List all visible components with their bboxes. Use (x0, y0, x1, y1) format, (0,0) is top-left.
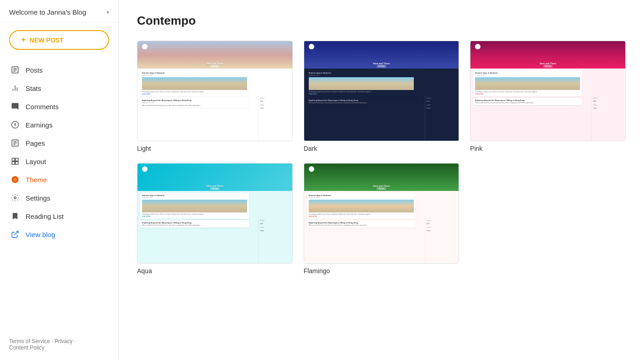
theme-preview-pink: Here and There FOLLOW Summer days in San… (470, 41, 626, 141)
plus-icon: + (21, 35, 26, 45)
earnings-icon (11, 121, 19, 129)
theme-preview-dark: Here and There FOLLOW Summer days in San… (304, 41, 459, 141)
theme-label-aqua: Aqua (137, 267, 293, 275)
stats-label: Stats (26, 85, 41, 92)
theme-preview-flamingo: Here and There FOLLOW Summer days in San… (304, 163, 459, 264)
theme-label-flamingo: Flamingo (304, 267, 459, 275)
blog-title: Welcome to Janna's Blog (9, 8, 86, 16)
posts-label: Posts (26, 66, 43, 74)
separator-2: · (74, 338, 75, 344)
preview-follow-btn-aqua: FOLLOW (210, 187, 220, 190)
privacy-link[interactable]: Privacy (54, 338, 72, 344)
preview-avatar-aqua (142, 166, 148, 172)
page-title: Contempo (137, 14, 626, 28)
terms-link[interactable]: Terms of Service (9, 338, 50, 344)
preview-avatar-pink (475, 44, 480, 49)
sidebar: Welcome to Janna's Blog ▾ + NEW POST Pos… (0, 0, 119, 360)
theme-preview-light: Here and There FOLLOW Summer days in San… (137, 41, 293, 141)
dropdown-icon[interactable]: ▾ (106, 9, 109, 16)
reading-list-icon (11, 212, 19, 220)
preview-post-card-flamingo: Summer days in Santorini October 14, 201… (307, 193, 416, 219)
new-post-label: NEW POST (30, 37, 64, 44)
sidebar-item-settings[interactable]: Settings (0, 189, 118, 207)
theme-card-light[interactable]: Here and There FOLLOW Summer days in San… (137, 41, 293, 152)
sidebar-item-posts[interactable]: Posts (0, 61, 118, 79)
preview-avatar-flamingo (309, 166, 314, 172)
theme-label: Theme (26, 176, 47, 184)
svg-line-19 (15, 231, 18, 235)
preview-follow-btn: FOLLOW (210, 65, 220, 68)
layout-label: Layout (26, 158, 46, 165)
settings-icon (11, 194, 19, 202)
svg-rect-15 (16, 158, 18, 161)
theme-icon (11, 175, 19, 184)
sidebar-item-view-blog[interactable]: View blog (0, 225, 118, 244)
sidebar-item-stats[interactable]: Stats (0, 79, 118, 97)
sidebar-nav: Posts Stats Comments Earnings Pages (0, 57, 118, 331)
settings-label: Settings (26, 194, 50, 202)
theme-label-light: Light (137, 145, 293, 152)
theme-label-dark: Dark (304, 145, 459, 152)
main-content: Contempo Here and There FOLLOW Summe (119, 0, 644, 360)
preview-avatar-dark (309, 44, 314, 49)
preview-post-card-dark-2: Exploring Beyond the Skyscrapers: Hiking… (307, 98, 416, 105)
posts-icon (11, 66, 19, 74)
preview-post-card: Summer days in Santorini October 14, 201… (140, 70, 249, 96)
preview-follow-btn-dark: FOLLOW (377, 65, 386, 68)
preview-post-card-pink: Summer days in Santorini October 14, 201… (473, 70, 582, 96)
preview-follow-btn-pink: FOLLOW (543, 65, 553, 68)
view-blog-label: View blog (26, 231, 55, 238)
preview-post-card-aqua-2: Exploring Beyond the Skyscrapers: Hiking… (140, 220, 249, 228)
sidebar-item-pages[interactable]: Pages (0, 134, 118, 152)
theme-preview-aqua: Here and There FOLLOW Summer days in San… (137, 163, 293, 264)
theme-card-dark[interactable]: Here and There FOLLOW Summer days in San… (304, 41, 459, 152)
sidebar-item-theme[interactable]: Theme (0, 170, 118, 189)
svg-rect-14 (12, 158, 15, 161)
preview-post-card-pink-2: Exploring Beyond the Skyscrapers: Hiking… (473, 98, 582, 105)
preview-post-card-2: Exploring Beyond the Skyscrapers: Hiking… (140, 98, 249, 108)
sidebar-item-comments[interactable]: Comments (0, 97, 118, 116)
theme-card-pink[interactable]: Here and There FOLLOW Summer days in San… (470, 41, 626, 152)
sidebar-footer: Terms of Service · Privacy · Content Pol… (0, 331, 118, 360)
pages-label: Pages (26, 139, 45, 147)
sidebar-item-earnings[interactable]: Earnings (0, 116, 118, 134)
preview-post-card-aqua: Summer days in Santorini October 14, 201… (140, 193, 249, 219)
comments-icon (11, 102, 19, 111)
preview-post-card-flamingo-2: Exploring Beyond the Skyscrapers: Hiking… (307, 220, 416, 228)
theme-label-pink: Pink (470, 145, 626, 152)
content-policy-link[interactable]: Content Policy (9, 344, 44, 351)
sidebar-header: Welcome to Janna's Blog ▾ (0, 0, 118, 23)
reading-list-label: Reading List (26, 212, 63, 220)
theme-grid: Here and There FOLLOW Summer days in San… (137, 41, 626, 275)
preview-post-card-dark: Summer days in Santorini October 14, 201… (307, 70, 416, 96)
earnings-label: Earnings (26, 121, 53, 129)
theme-card-flamingo[interactable]: Here and There FOLLOW Summer days in San… (304, 163, 459, 275)
pages-icon (11, 139, 19, 147)
svg-rect-16 (12, 162, 15, 164)
view-blog-icon (11, 230, 19, 238)
layout-icon (11, 157, 19, 165)
svg-point-18 (14, 197, 16, 199)
theme-card-aqua[interactable]: Here and There FOLLOW Summer days in San… (137, 163, 293, 275)
preview-follow-btn-flamingo: FOLLOW (377, 187, 386, 190)
stats-icon (11, 84, 19, 92)
sidebar-item-layout[interactable]: Layout (0, 152, 118, 170)
new-post-button[interactable]: + NEW POST (9, 30, 109, 50)
preview-avatar (142, 44, 148, 49)
comments-label: Comments (26, 103, 59, 111)
sidebar-item-reading-list[interactable]: Reading List (0, 207, 118, 225)
svg-rect-17 (16, 162, 18, 164)
